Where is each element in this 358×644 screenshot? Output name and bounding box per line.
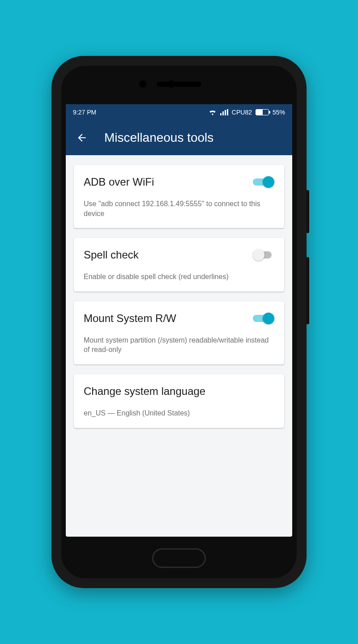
status-cpu: CPU82 (232, 109, 252, 116)
card-title: Mount System R/W (84, 312, 176, 325)
status-right: CPU82 55% (209, 109, 285, 116)
switch-thumb (263, 313, 274, 324)
phone-frame: 9:27 PM CPU82 55% Misce (51, 56, 307, 588)
card-title: Change system language (84, 385, 205, 398)
card-description: Mount system partition (/system) readabl… (84, 335, 274, 355)
card-description: Use "adb connect 192.168.1.49:5555" to c… (84, 199, 274, 218)
arrow-back-icon (76, 132, 88, 144)
card-adb-over-wifi[interactable]: ADB over WiFi Use "adb connect 192.168.1… (74, 165, 284, 228)
page-title: Miscellaneous tools (104, 131, 213, 145)
mount-toggle[interactable] (253, 312, 274, 325)
sensor-dot (139, 80, 146, 88)
app-bar: Miscellaneous tools (66, 120, 292, 155)
status-bar: 9:27 PM CPU82 55% (66, 104, 292, 120)
side-button-1 (307, 190, 309, 233)
spell-toggle[interactable] (253, 249, 274, 261)
card-title: ADB over WiFi (84, 176, 154, 188)
status-time: 9:27 PM (73, 109, 96, 116)
earpiece (157, 82, 201, 87)
card-mount-system[interactable]: Mount System R/W Mount system partition … (74, 301, 284, 364)
card-description: en_US — English (United States) (84, 408, 274, 418)
battery-icon (256, 109, 269, 115)
camera-dot (168, 80, 175, 88)
side-button-2 (307, 257, 309, 324)
card-description: Enable or disable spell check (red under… (84, 272, 274, 282)
back-button[interactable] (72, 128, 92, 148)
card-spell-check[interactable]: Spell check Enable or disable spell chec… (74, 238, 284, 292)
signal-icon (220, 109, 228, 115)
status-battery-pct: 55% (273, 109, 285, 116)
card-title: Spell check (84, 249, 139, 261)
battery-fill (256, 110, 263, 115)
home-button[interactable] (152, 548, 206, 568)
content-area: ADB over WiFi Use "adb connect 192.168.1… (66, 155, 292, 537)
wifi-icon (209, 109, 217, 115)
screen: 9:27 PM CPU82 55% Misce (66, 104, 292, 537)
card-change-language[interactable]: Change system language en_US — English (… (74, 374, 284, 428)
switch-thumb (253, 249, 264, 261)
adb-toggle[interactable] (253, 176, 274, 188)
switch-thumb (263, 176, 274, 188)
